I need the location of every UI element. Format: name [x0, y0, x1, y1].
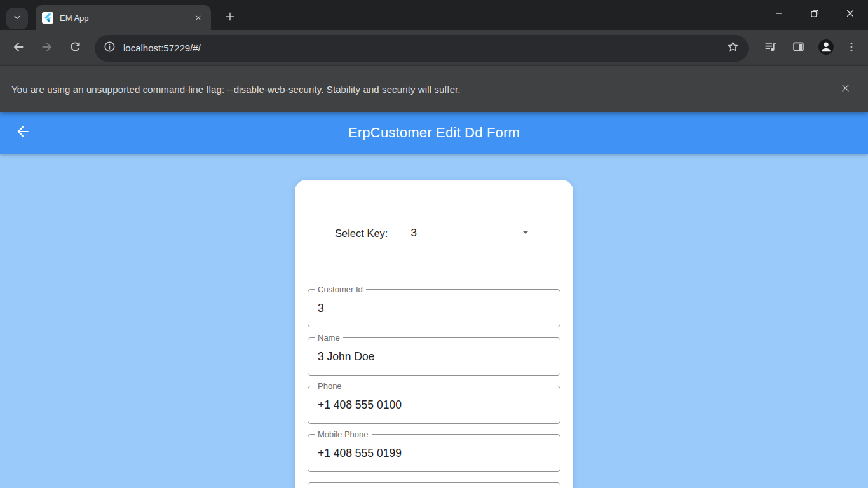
plus-icon: [224, 10, 236, 25]
page-content: Select Key: 3 Customer Id 3 Name 3 John …: [0, 154, 868, 488]
toolbar-actions: [756, 36, 863, 61]
name-field[interactable]: Name 3 John Doe: [308, 337, 560, 376]
field-label: Customer Id: [315, 284, 366, 295]
forward-button[interactable]: [32, 36, 61, 61]
browser-titlebar: EM App: [0, 0, 868, 30]
customer-id-field[interactable]: Customer Id 3: [308, 289, 560, 327]
mobile-phone-field[interactable]: Mobile Phone +1 408 555 0199: [308, 434, 560, 472]
url-bar[interactable]: localhost:57229/#/: [95, 35, 749, 62]
dropdown-arrow-icon: [518, 224, 533, 242]
form-fields: Customer Id 3 Name 3 John Doe Phone +1 4…: [295, 289, 573, 488]
browser-tab[interactable]: EM App: [36, 5, 211, 30]
window-close-button[interactable]: [832, 0, 868, 29]
phone-field[interactable]: Phone +1 408 555 0100: [308, 386, 560, 424]
side-panel-icon: [792, 40, 805, 56]
bookmark-star-icon[interactable]: [726, 40, 740, 56]
flag-warning-banner: You are using an unsupported command-lin…: [0, 65, 868, 112]
form-card: Select Key: 3 Customer Id 3 Name 3 John …: [295, 180, 573, 488]
page-title: ErpCustomer Edit Dd Form: [348, 125, 520, 141]
reload-button[interactable]: [61, 36, 90, 61]
window-close-icon: [843, 6, 857, 23]
restore-button[interactable]: [797, 0, 832, 29]
select-key-label: Select Key:: [335, 227, 388, 240]
profile-button[interactable]: [812, 36, 840, 61]
tab-search-button[interactable]: [6, 8, 28, 29]
reload-icon: [69, 40, 82, 56]
browser-toolbar: localhost:57229/#/: [0, 30, 868, 65]
back-button[interactable]: [4, 36, 32, 61]
appbar-back-button[interactable]: [14, 124, 32, 142]
back-icon: [11, 40, 25, 57]
flutter-favicon: [42, 12, 53, 24]
field-value[interactable]: +1 408 555 0199: [308, 435, 560, 471]
field-value[interactable]: 3 John Doe: [308, 338, 560, 375]
field-label: Mobile Phone: [315, 429, 372, 440]
forward-icon: [40, 40, 54, 57]
new-tab-button[interactable]: [221, 9, 239, 27]
chevron-down-icon: [11, 11, 23, 25]
partial-field[interactable]: [308, 482, 560, 488]
restore-icon: [808, 6, 822, 23]
field-value[interactable]: 3: [308, 290, 560, 327]
arrow-left-icon: [15, 123, 31, 142]
field-label: Phone: [315, 381, 345, 391]
close-icon: [840, 83, 851, 96]
tab-title: EM App: [60, 13, 192, 23]
app-bar: ErpCustomer Edit Dd Form: [0, 112, 868, 154]
select-key-dropdown[interactable]: 3: [409, 219, 533, 247]
flag-warning-text: You are using an unsupported command-lin…: [11, 84, 836, 95]
select-key-value: 3: [409, 227, 518, 240]
site-info-icon[interactable]: [104, 41, 116, 55]
url-text[interactable]: localhost:57229/#/: [123, 43, 726, 53]
field-value[interactable]: [308, 483, 560, 488]
minimize-icon: [772, 6, 786, 23]
media-controls-button[interactable]: [756, 36, 784, 61]
banner-close-button[interactable]: [836, 80, 854, 98]
side-panel-button[interactable]: [784, 36, 812, 61]
field-label: Name: [315, 332, 343, 343]
select-key-row: Select Key: 3: [295, 219, 573, 247]
menu-button[interactable]: [840, 36, 863, 61]
media-controls-icon: [764, 40, 777, 56]
profile-avatar-icon: [818, 39, 834, 58]
window-controls: [761, 0, 868, 29]
tab-close-icon[interactable]: [192, 11, 205, 24]
field-value[interactable]: +1 408 555 0100: [308, 386, 560, 423]
minimize-button[interactable]: [761, 0, 797, 29]
menu-kebab-icon: [845, 41, 858, 56]
